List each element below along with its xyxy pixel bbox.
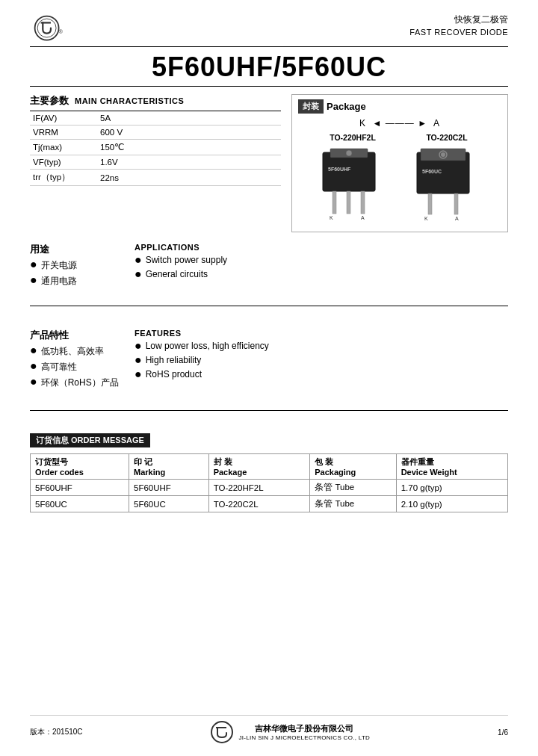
- footer-company-en: JI-LIN SIN J MICROELECTRONICS CO., LTD: [238, 734, 370, 741]
- app-text-zh: 开关电源: [41, 259, 77, 272]
- title-bar: 5F60UHF/5F60UC: [30, 46, 508, 87]
- spec-value: 22ns: [97, 170, 281, 186]
- svg-point-16: [441, 152, 445, 157]
- pkg-item-2: TO-220C2L K: [406, 133, 488, 227]
- feat-item-zh: ●高可靠性: [30, 361, 120, 374]
- footer-logo-icon: [210, 720, 234, 744]
- apps-title-zh: 用途: [30, 243, 49, 256]
- spec-param: trr（typ）: [30, 170, 97, 186]
- spec-param: VRRM: [30, 126, 97, 140]
- order-code: 5F60UHF: [31, 480, 129, 496]
- bullet-icon: ●: [134, 354, 142, 366]
- page: ® 快恢复二极管 FAST RECOVER DIODE 5F60UHF/5F60…: [0, 0, 538, 756]
- app-item-zh: ●通用电路: [30, 275, 120, 288]
- app-text-en: General circuits: [146, 269, 208, 279]
- specs-row: IF(AV)5A: [30, 111, 281, 126]
- app-item-en: ●Switch power supply: [134, 255, 508, 266]
- order-marking: 5F60UHF: [129, 480, 209, 496]
- feat-text-en: Low power loss, high efficiency: [146, 341, 269, 351]
- bullet-icon: ●: [30, 258, 37, 270]
- feats-header-en: FEATURES: [134, 329, 508, 338]
- order-weight: 2.10 g(typ): [396, 496, 507, 512]
- feat-text-zh: 环保（RoHS）产品: [41, 377, 119, 389]
- feat-item-zh: ●环保（RoHS）产品: [30, 377, 120, 389]
- specs-row: VRRM600 V: [30, 126, 281, 140]
- order-table: 订货型号 Order codes 印 记 Marking 封 装 Package…: [30, 453, 508, 512]
- order-code: 5F60UC: [31, 496, 129, 512]
- order-col4-header: 包 装 Packaging: [310, 454, 396, 480]
- app-item-en: ●General circuits: [134, 269, 508, 280]
- apps-title-en: APPLICATIONS: [134, 243, 200, 252]
- spec-value: 150℃: [97, 140, 281, 155]
- feats-title-en: FEATURES: [134, 329, 181, 338]
- footer-company-zh: 吉林华微电子股份有限公司: [238, 723, 370, 734]
- svg-point-1: [37, 19, 56, 37]
- specs-row: VF(typ)1.6V: [30, 155, 281, 170]
- pkg-item-1: TO-220HF2L: [312, 133, 394, 227]
- footer-company-info: 吉林华微电子股份有限公司 JI-LIN SIN J MICROELECTRONI…: [238, 723, 370, 741]
- apps-header-en: APPLICATIONS: [134, 243, 508, 252]
- spec-value: 5A: [97, 111, 281, 126]
- order-marking: 5F60UC: [129, 496, 209, 512]
- package-header: 封装 Package: [298, 99, 501, 114]
- bullet-icon: ●: [30, 376, 37, 388]
- svg-rect-8: [347, 191, 350, 214]
- pkg2-label: TO-220C2L: [426, 133, 467, 142]
- order-packaging: 条管 Tube: [310, 480, 396, 496]
- svg-text:A: A: [455, 216, 459, 221]
- content-row: 主要参数 MAIN CHARACTERISTICS IF(AV)5AVRRM60…: [30, 94, 508, 232]
- features-section: 产品特性 ●低功耗、高效率●高可靠性●环保（RoHS）产品 FEATURES ●…: [30, 329, 508, 392]
- package-label-zh: 封装: [298, 99, 324, 114]
- bullet-icon: ●: [30, 344, 37, 356]
- svg-rect-17: [428, 193, 432, 214]
- spec-value: 600 V: [97, 126, 281, 140]
- product-type-en: FAST RECOVER DIODE: [409, 28, 508, 37]
- order-col1-header: 订货型号 Order codes: [31, 454, 129, 480]
- app-text-zh: 通用电路: [41, 275, 77, 288]
- bullet-icon: ●: [30, 274, 37, 286]
- order-col3-header: 封 装 Package: [208, 454, 310, 480]
- specs-section: 主要参数 MAIN CHARACTERISTICS IF(AV)5AVRRM60…: [30, 94, 281, 232]
- order-package: TO-220HF2L: [208, 480, 310, 496]
- svg-text:K: K: [424, 216, 428, 221]
- applications-zh: 用途 ●开关电源●通用电路: [30, 243, 120, 291]
- order-weight: 1.70 g(typ): [396, 480, 507, 496]
- specs-row: trr（typ）22ns: [30, 170, 281, 186]
- order-package: TO-220C2L: [208, 496, 310, 512]
- spec-value: 1.6V: [97, 155, 281, 170]
- footer: 版本：201510C 吉林华微电子股份有限公司 JI-LIN SIN J MIC…: [30, 715, 508, 744]
- svg-rect-9: [361, 191, 365, 214]
- order-section: 订货信息 ORDER MESSAGE 订货型号 Order codes 印 记 …: [30, 433, 508, 512]
- svg-text:®: ®: [59, 29, 64, 35]
- feats-header-zh: 产品特性: [30, 329, 120, 342]
- pkg1-label: TO-220HF2L: [330, 133, 376, 142]
- order-header-zh: 订货信息 ORDER MESSAGE: [30, 433, 150, 447]
- order-packaging: 条管 Tube: [310, 496, 396, 512]
- transistor-2-icon: K A 5F60UC: [406, 145, 488, 227]
- feat-text-en: High reliability: [146, 355, 202, 365]
- specs-header: 主要参数 MAIN CHARACTERISTICS: [30, 94, 281, 108]
- feat-text-zh: 低功耗、高效率: [41, 345, 104, 358]
- svg-text:5F60UHF: 5F60UHF: [328, 167, 351, 172]
- main-title: 5F60UHF/5F60UC: [30, 52, 508, 83]
- svg-rect-18: [454, 193, 458, 214]
- feat-item-en: ●High reliability: [134, 355, 508, 366]
- page-number: 1/6: [498, 728, 508, 737]
- feat-item-zh: ●低功耗、高效率: [30, 345, 120, 358]
- svg-rect-7: [333, 191, 336, 214]
- spec-param: IF(AV): [30, 111, 97, 126]
- svg-text:5F60UC: 5F60UC: [422, 169, 442, 174]
- feats-title-zh: 产品特性: [30, 329, 69, 342]
- package-diagram: K ◄ ——— ► A TO-220HF2L: [298, 118, 501, 227]
- footer-logo-area: 吉林华微电子股份有限公司 JI-LIN SIN J MICROELECTRONI…: [210, 720, 370, 744]
- package-images: TO-220HF2L: [312, 133, 488, 227]
- header-right: 快恢复二极管 FAST RECOVER DIODE: [409, 13, 508, 37]
- apps-header-zh: 用途: [30, 243, 120, 256]
- transistor-1-icon: K A 5F60UHF: [312, 145, 394, 227]
- svg-point-22: [211, 722, 232, 743]
- specs-row: Tj(max)150℃: [30, 140, 281, 155]
- bullet-icon: ●: [134, 368, 142, 380]
- svg-point-0: [35, 16, 59, 40]
- specs-table: IF(AV)5AVRRM600 VTj(max)150℃VF(typ)1.6Vt…: [30, 111, 281, 186]
- feat-item-en: ●RoHS product: [134, 369, 508, 380]
